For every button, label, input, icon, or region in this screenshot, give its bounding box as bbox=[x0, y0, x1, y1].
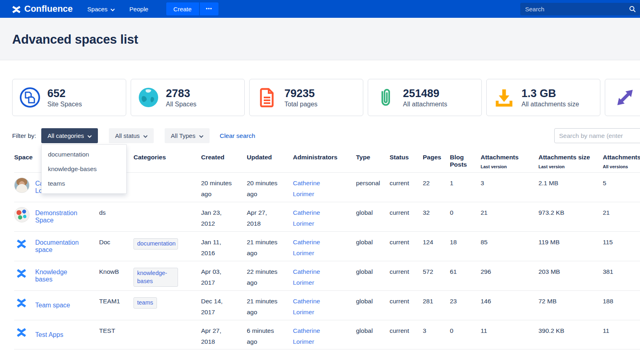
stat-value: 2783 bbox=[166, 87, 197, 100]
expand-table-button[interactable] bbox=[605, 79, 640, 116]
space-key: ds bbox=[99, 202, 134, 231]
type-cell: global bbox=[356, 232, 390, 261]
administrator-link[interactable]: Catherine Lorimer bbox=[293, 268, 320, 286]
category-chip[interactable]: documentation bbox=[134, 238, 178, 250]
blog-posts-cell: 61 bbox=[450, 261, 481, 290]
search-by-name-input[interactable] bbox=[554, 128, 640, 143]
space-categories bbox=[134, 320, 201, 349]
administrator-link[interactable]: Catherine Lorimer bbox=[293, 327, 320, 345]
clear-search-link[interactable]: Clear search bbox=[220, 132, 255, 140]
space-categories bbox=[134, 173, 201, 202]
type-cell: global bbox=[356, 291, 390, 320]
more-button[interactable]: ••• bbox=[200, 2, 218, 15]
nav-people[interactable]: People bbox=[129, 6, 148, 13]
header-updated[interactable]: Updated bbox=[247, 154, 293, 169]
global-search-input[interactable] bbox=[520, 3, 640, 15]
confluence-space-icon bbox=[14, 320, 35, 349]
space-link[interactable]: Documentation space bbox=[35, 239, 82, 254]
header-attachments-size[interactable]: Attachments sizeLast version bbox=[538, 154, 603, 169]
expand-icon bbox=[614, 87, 636, 108]
all-types-button[interactable]: All Types bbox=[165, 128, 210, 143]
space-link[interactable]: Demonstration Space bbox=[35, 210, 82, 224]
attachments-size-cell: 973.2 KB bbox=[538, 202, 603, 231]
category-chip[interactable]: knowledge-bases bbox=[134, 268, 178, 287]
space-link[interactable]: Team space bbox=[35, 302, 70, 309]
dropdown-item-knowledge-bases[interactable]: knowledge-bases bbox=[42, 162, 126, 176]
category-chip[interactable]: teams bbox=[134, 297, 157, 309]
filter-bar: Filter by: All categories documentation … bbox=[0, 128, 640, 143]
global-search bbox=[520, 3, 640, 15]
table-row: Demonstration Space ds Jan 23, 2012 Apr … bbox=[14, 202, 640, 231]
page-title: Advanced spaces list bbox=[12, 32, 628, 47]
administrator-link[interactable]: Catherine Lorimer bbox=[293, 180, 320, 197]
created-cell: Dec 14, 2017 bbox=[201, 291, 247, 320]
created-cell: Apr 03, 2017 bbox=[201, 261, 247, 290]
globe-icon bbox=[138, 87, 159, 108]
download-icon bbox=[493, 87, 515, 108]
space-key: TEAM1 bbox=[99, 291, 134, 320]
stat-label: Total pages bbox=[284, 101, 318, 108]
administrator-link[interactable]: Catherine Lorimer bbox=[293, 239, 320, 256]
top-nav: Confluence Spaces People Create ••• bbox=[0, 0, 640, 18]
attachments-all-cell: 381 bbox=[603, 261, 640, 290]
blog-posts-cell: 1 bbox=[450, 173, 481, 202]
attachments-size-cell: 2.1 MB bbox=[538, 173, 603, 202]
stat-label: All attachments size bbox=[521, 101, 579, 108]
document-icon bbox=[256, 87, 278, 108]
updated-cell: 21 minutes ago bbox=[247, 291, 293, 320]
attachments-all-cell: 11 bbox=[603, 320, 640, 349]
dropdown-item-teams[interactable]: teams bbox=[42, 176, 126, 191]
updated-cell: Apr 27, 2018 bbox=[247, 202, 293, 231]
attachments-size-cell: 72 MB bbox=[538, 291, 603, 320]
categories-dropdown: documentation knowledge-bases teams bbox=[41, 144, 127, 194]
header-blog-posts[interactable]: Blog Posts bbox=[450, 154, 481, 169]
chevron-down-icon bbox=[143, 132, 148, 139]
header-type[interactable]: Type bbox=[356, 154, 390, 169]
table-row: Test Apps TEST Apr 27, 2018 6 minutes ag… bbox=[14, 320, 640, 349]
header-pages[interactable]: Pages bbox=[423, 154, 450, 169]
status-cell: current bbox=[390, 320, 423, 349]
stat-card-all-spaces: 2783 All Spaces bbox=[131, 79, 245, 116]
header-administrators[interactable]: Administrators bbox=[293, 154, 356, 169]
demo-space-avatar bbox=[14, 202, 35, 231]
header-attachments[interactable]: AttachmentsLast version bbox=[481, 154, 538, 169]
dropdown-item-documentation[interactable]: documentation bbox=[42, 147, 126, 162]
stat-label: All attachments bbox=[403, 101, 447, 108]
header-categories[interactable]: Categories bbox=[134, 154, 201, 169]
header-created[interactable]: Created bbox=[201, 154, 247, 169]
attachments-cell: 296 bbox=[481, 261, 538, 290]
stat-card-all-attachments: 251489 All attachments bbox=[368, 79, 482, 116]
confluence-space-icon bbox=[14, 291, 35, 320]
space-link[interactable]: Knowledge bases bbox=[35, 269, 82, 283]
updated-cell: 22 minutes ago bbox=[247, 261, 293, 290]
stat-card-total-pages: 79235 Total pages bbox=[249, 79, 363, 116]
blog-posts-cell: 0 bbox=[450, 202, 481, 231]
confluence-logo[interactable]: Confluence bbox=[12, 4, 73, 14]
stat-cards: 652 Site Spaces 2783 All Spaces 79235 To… bbox=[0, 60, 640, 116]
administrator-link[interactable]: Catherine Lorimer bbox=[293, 209, 320, 227]
all-status-button[interactable]: All status bbox=[109, 128, 154, 143]
header-attachments-all[interactable]: AttachmentsAll versions bbox=[603, 154, 640, 169]
attachments-cell: 146 bbox=[481, 291, 538, 320]
space-link[interactable]: Test Apps bbox=[35, 331, 63, 339]
attachments-cell: 3 bbox=[481, 173, 538, 202]
paperclip-icon bbox=[375, 87, 396, 108]
header-status[interactable]: Status bbox=[390, 154, 423, 169]
site-spaces-icon bbox=[19, 87, 41, 108]
type-cell: global bbox=[356, 202, 390, 231]
status-cell: current bbox=[390, 261, 423, 290]
pages-cell: 281 bbox=[423, 291, 450, 320]
updated-cell: 20 minutes ago bbox=[247, 173, 293, 202]
status-cell: current bbox=[390, 173, 423, 202]
pages-cell: 124 bbox=[423, 232, 450, 261]
create-button[interactable]: Create bbox=[166, 2, 199, 15]
type-cell: global bbox=[356, 320, 390, 349]
nav-spaces[interactable]: Spaces bbox=[87, 6, 115, 13]
confluence-space-icon bbox=[14, 261, 35, 290]
updated-cell: 21 minutes ago bbox=[247, 232, 293, 261]
administrator-link[interactable]: Catherine Lorimer bbox=[293, 298, 320, 315]
chevron-down-icon bbox=[87, 132, 92, 139]
attachments-all-cell: 5 bbox=[603, 173, 640, 202]
all-categories-button[interactable]: All categories bbox=[41, 128, 98, 143]
status-cell: current bbox=[390, 232, 423, 261]
